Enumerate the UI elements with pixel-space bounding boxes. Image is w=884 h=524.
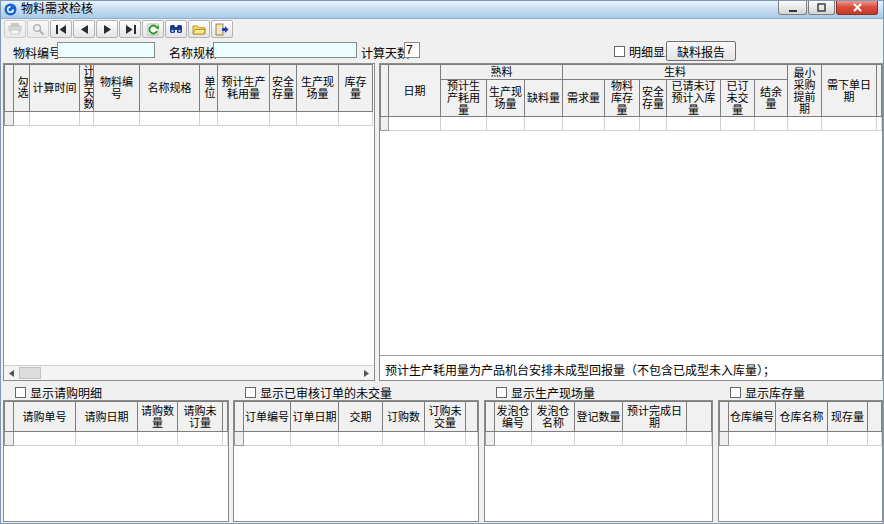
col-header-bin-name: 发泡仓名称 (532, 402, 575, 432)
col-header-shortage-qty: 缺料量 (525, 80, 563, 117)
col-header-order-no: 订单编号 (244, 402, 291, 432)
col-header-reg-qty: 登记数量 (575, 402, 623, 432)
table-row[interactable] (381, 117, 882, 131)
row-selector-header (5, 402, 14, 432)
checkbox-icon (614, 46, 625, 57)
col-header-wh-name: 仓库名称 (776, 402, 828, 432)
shortage-report-button[interactable]: 缺料报告 (666, 41, 736, 61)
calc-days-input[interactable] (404, 42, 420, 58)
printer-icon[interactable] (4, 20, 26, 38)
show-audited-orders-label: 显示已审核订单的未交量 (260, 384, 392, 401)
table-row[interactable] (720, 432, 882, 446)
row-selector-header (381, 65, 389, 117)
inventory-panel: 仓库编号 仓库名称 现存量 (718, 400, 883, 522)
toolbar (1, 19, 883, 39)
show-inventory-checkbox[interactable]: 显示库存量 (730, 385, 805, 399)
first-record-icon[interactable] (50, 20, 72, 38)
col-header-calc-time: 计算时间 (30, 65, 80, 112)
col-header-est-prod-usage: 预计生产耗用量 (441, 80, 487, 117)
table-row[interactable] (5, 432, 228, 446)
daily-requirement-panel: 日期 熟料 生料 最小采购提前期 需下单日期 预计生产耗用量 生产现场量 缺料量… (379, 63, 883, 381)
material-no-label: 物料编号 (13, 44, 61, 61)
note-text: 预计生产耗用量为产品机台安排未成型回报量（不包含已成型未入库量）； (385, 364, 775, 378)
col-header-ordered-undelivered: 已订未交量 (721, 80, 755, 117)
purchase-request-panel: 请购单号 请购日期 请购数量 请购未订量 (3, 400, 229, 522)
col-header-pr-unordered: 请购未订量 (178, 402, 223, 432)
col-header-est-prod-usage: 预计生产耗用量 (218, 65, 270, 112)
name-spec-label: 名称规格 (169, 44, 217, 61)
col-header-pr-no: 请购单号 (14, 402, 76, 432)
show-production-site-label: 显示生产现场量 (511, 384, 595, 401)
filler-header (687, 402, 712, 432)
col-header-safety-stock: 安全存量 (640, 80, 667, 117)
row-selector-header (486, 402, 495, 432)
filler-header (466, 402, 478, 432)
col-header-need-order-date: 需下单日期 (822, 65, 877, 117)
filler-header (223, 402, 228, 432)
audited-orders-panel: 订单编号 订单日期 交期 订购数 订购未交量 (233, 400, 479, 522)
col-header-calc-days: 计算天数 (80, 65, 94, 112)
col-header-min-purchase-lead: 最小采购提前期 (788, 65, 822, 117)
show-audited-orders-checkbox[interactable]: 显示已审核订单的未交量 (245, 385, 392, 399)
col-header-pr-qty: 请购数量 (138, 402, 178, 432)
inventory-grid: 仓库编号 仓库名称 现存量 (719, 401, 882, 446)
table-row[interactable] (235, 432, 478, 446)
shortage-report-label: 缺料报告 (677, 43, 725, 60)
col-header-prod-site-qty: 生产现场量 (487, 80, 525, 117)
show-purchase-request-checkbox[interactable]: 显示请购明细 (15, 385, 102, 399)
table-row[interactable] (486, 432, 712, 446)
col-header-safety-stock: 安全存量 (270, 65, 297, 112)
col-header-unit: 单位 (200, 65, 218, 112)
filter-bar: 物料编号 名称规格 计算天数 明细显示 缺料报告 (1, 39, 883, 63)
table-row[interactable] (5, 112, 373, 126)
group-header-raw: 生料 (563, 65, 788, 80)
production-site-panel: 发泡仓编号 发泡仓名称 登记数量 预计完成日期 (484, 400, 713, 522)
calc-days-label: 计算天数 (361, 44, 409, 61)
next-record-icon[interactable] (96, 20, 118, 38)
col-header-material-no: 物料编号 (94, 65, 140, 112)
col-header-undelivered-qty: 订购未交量 (425, 402, 466, 432)
col-header-bin-no: 发泡仓编号 (495, 402, 532, 432)
checkbox-icon (496, 387, 507, 398)
exit-icon[interactable] (211, 20, 233, 38)
name-spec-input[interactable] (213, 42, 357, 58)
title-bar: 物料需求检核 (1, 1, 883, 19)
scroll-left-icon[interactable] (5, 367, 18, 379)
col-header-order-qty: 订购数 (383, 402, 425, 432)
col-header-order-date: 订单日期 (291, 402, 339, 432)
col-header-name-spec: 名称规格 (140, 65, 200, 112)
show-inventory-label: 显示库存量 (745, 384, 805, 401)
material-no-input[interactable] (57, 42, 155, 58)
folder-open-icon[interactable] (188, 20, 210, 38)
col-header-prod-site-qty: 生产现场量 (297, 65, 339, 112)
print-preview-icon[interactable] (27, 20, 49, 38)
close-button[interactable] (836, 1, 878, 15)
col-header-demand-qty: 需求量 (563, 80, 605, 117)
col-header-date: 日期 (389, 65, 441, 117)
filler-header (868, 402, 882, 432)
col-header-pr-date: 请购日期 (76, 402, 138, 432)
material-grid: 勾选 计算时间 计算天数 物料编号 名称规格 单位 预计生产耗用量 安全存量 生… (4, 64, 373, 126)
find-icon[interactable] (165, 20, 187, 38)
maximize-button[interactable] (808, 1, 835, 15)
col-header-on-hand: 现存量 (828, 402, 868, 432)
checkbox-icon (15, 387, 26, 398)
window-title: 物料需求检核 (21, 1, 93, 18)
col-header-material-stock: 物料库存量 (605, 80, 640, 117)
checkbox-icon (730, 387, 741, 398)
last-record-icon[interactable] (119, 20, 141, 38)
scrollbar-thumb[interactable] (19, 367, 41, 379)
prev-record-icon[interactable] (73, 20, 95, 38)
group-header-cooked: 熟料 (441, 65, 563, 80)
minimize-button[interactable] (778, 1, 807, 15)
col-header-requested-unordered: 已请未订预计入库量 (667, 80, 721, 117)
col-header-delivery-date: 交期 (339, 402, 383, 432)
show-production-site-checkbox[interactable]: 显示生产现场量 (496, 385, 595, 399)
horizontal-scrollbar[interactable] (4, 365, 374, 380)
col-header-balance-qty: 结余量 (755, 80, 788, 117)
row-selector-header (5, 65, 14, 112)
refresh-icon[interactable] (142, 20, 164, 38)
filler-header (877, 65, 882, 117)
scroll-right-icon[interactable] (360, 367, 373, 379)
show-purchase-request-label: 显示请购明细 (30, 384, 102, 401)
